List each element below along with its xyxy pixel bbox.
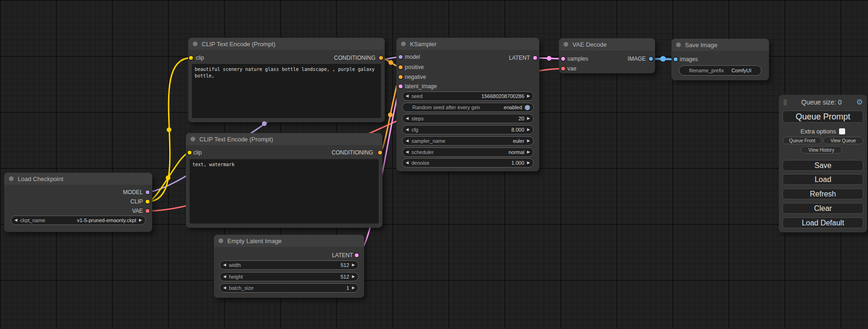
positive-input-label: positive [405,64,424,70]
widget-label: scheduler [411,149,434,155]
save-image-node[interactable]: Save Image images filename_prefix ComfyU… [671,39,769,80]
positive-prompt-textarea[interactable]: beautiful scenery nature glass bottle la… [192,64,381,118]
clip-negative-titlebar[interactable]: CLIP Text Encode (Prompt) [186,133,382,145]
increment-arrow-icon[interactable]: ▶ [527,114,530,123]
widget-value: euler [513,138,524,144]
drag-handle-icon[interactable]: ⣿ [783,99,787,105]
vae-decode-titlebar[interactable]: VAE Decode [559,38,655,50]
node-title: VAE Decode [572,41,607,48]
denoise-widget[interactable]: ◀ denoise 1.000 ▶ [402,158,534,168]
load-checkpoint-titlebar[interactable]: Load Checkpoint [4,173,152,185]
load-checkpoint-node[interactable]: Load Checkpoint MODEL CLIP VAE ◀ ckpt_na… [4,173,152,232]
extra-options-label: Extra options [801,128,836,135]
load-default-button[interactable]: Load Default [783,217,863,228]
increment-arrow-icon[interactable]: ▶ [527,126,530,134]
load-button[interactable]: Load [783,174,863,185]
decrement-arrow-icon[interactable]: ◀ [223,284,226,292]
empty-latent-titlebar[interactable]: Empty Latent Image [214,235,364,247]
seed-widget[interactable]: ◀ seed 156680208700286 ▶ [402,91,534,101]
decrement-arrow-icon[interactable]: ◀ [406,92,409,100]
view-history-button[interactable]: View History [801,146,842,154]
queue-size-label: Queue size: 0 [787,98,856,106]
widget-value: ComfyUI [731,68,751,73]
clear-button[interactable]: Clear [783,203,863,214]
clip-text-encode-positive-node[interactable]: CLIP Text Encode (Prompt) clip CONDITION… [188,38,385,122]
widget-value: 512 [340,274,349,280]
negative-prompt-textarea[interactable]: text, watermark [190,159,379,224]
width-widget[interactable]: ◀ width 512 ▶ [219,260,359,270]
increment-arrow-icon[interactable]: ▶ [527,92,530,100]
widget-label: filename_prefix [689,68,724,73]
refresh-button[interactable]: Refresh [783,189,863,199]
clip-positive-titlebar[interactable]: CLIP Text Encode (Prompt) [188,38,385,50]
node-graph-canvas[interactable]: Load Checkpoint MODEL CLIP VAE ◀ ckpt_na… [0,0,868,329]
queue-panel-header[interactable]: ⣿ Queue size: 0 ⚙ [779,95,867,110]
widget-label: ckpt_name [20,217,45,223]
increment-arrow-icon[interactable]: ▶ [527,137,530,145]
decrement-arrow-icon[interactable]: ◀ [223,261,226,269]
increment-arrow-icon[interactable]: ▶ [352,284,355,292]
increment-arrow-icon[interactable]: ▶ [527,159,530,167]
widget-value: 512 [340,262,349,268]
decrement-arrow-icon[interactable]: ◀ [406,159,409,167]
queue-prompt-button[interactable]: Queue Prompt [783,111,863,123]
node-status-dot [564,42,568,47]
node-status-dot [9,176,14,181]
view-queue-button[interactable]: View Queue [823,137,863,144]
steps-widget[interactable]: ◀ steps 20 ▶ [402,114,534,123]
widget-value: 20 [519,116,524,121]
decrement-arrow-icon[interactable]: ◀ [406,137,409,145]
conditioning-output-label: CONDITIONING [332,149,373,156]
node-status-dot [401,42,406,46]
extra-options-checkbox[interactable] [839,128,845,134]
decrement-arrow-icon[interactable]: ◀ [406,114,409,123]
node-status-dot [219,238,223,243]
latent-output-label: LATENT [509,55,530,61]
ksampler-titlebar[interactable]: KSampler [396,38,539,50]
decrement-arrow-icon[interactable]: ◀ [406,126,409,134]
widget-label: sampler_name [411,138,445,144]
increment-arrow-icon[interactable]: ▶ [352,273,355,281]
height-widget[interactable]: ◀ height 512 ▶ [219,272,359,281]
vae-decode-node[interactable]: VAE Decode samples vae IMAGE [559,38,655,73]
clip-link-wire-negative [148,153,190,202]
model-output-label: MODEL [123,189,143,196]
empty-latent-image-node[interactable]: Empty Latent Image LATENT ◀ width 512 ▶ … [214,235,364,298]
widget-value: 8.000 [511,127,524,133]
widget-value: 156680208700286 [481,93,524,99]
widget-label: steps [411,116,423,121]
sampler-name-widget[interactable]: ◀ sampler_name euler ▶ [402,136,534,146]
filename-prefix-widget[interactable]: filename_prefix ComfyUI [679,65,762,76]
samples-input-label: samples [567,56,588,62]
decrement-arrow-icon[interactable]: ◀ [14,216,17,224]
widget-value: enabled [504,105,522,110]
toggle-dot-icon[interactable] [525,105,530,110]
scheduler-widget[interactable]: ◀ scheduler normal ▶ [402,147,534,157]
widget-label: width [229,262,241,268]
node-status-dot [676,42,681,47]
widget-label: cfg [411,127,418,133]
increment-arrow-icon[interactable]: ▶ [352,261,355,269]
increment-arrow-icon[interactable]: ▶ [139,216,142,224]
queue-panel: ⣿ Queue size: 0 ⚙ Queue Prompt Extra opt… [779,95,867,232]
decrement-arrow-icon[interactable]: ◀ [406,148,409,156]
decrement-arrow-icon[interactable]: ◀ [223,273,226,281]
clip-text-encode-negative-node[interactable]: CLIP Text Encode (Prompt) clip CONDITION… [186,133,382,228]
cfg-widget[interactable]: ◀ cfg 8.000 ▶ [402,125,534,134]
save-button[interactable]: Save [783,160,863,171]
node-title: CLIP Text Encode (Prompt) [202,41,275,48]
latent-image-input-label: latent_image [405,83,437,90]
random-seed-toggle-widget[interactable]: Random seed after every gen enabled [402,103,534,112]
save-image-titlebar[interactable]: Save Image [671,39,769,51]
clip-input-label: clip [196,55,204,61]
batch-size-widget[interactable]: ◀ batch_size 1 ▶ [219,283,359,293]
widget-value: v1-5-pruned-emaonly.ckpt [77,217,136,223]
gear-icon[interactable]: ⚙ [856,98,863,106]
queue-front-button[interactable]: Queue Front [783,137,822,144]
ksampler-node[interactable]: KSampler model positive negative latent_… [396,38,539,171]
node-title: Load Checkpoint [18,175,64,182]
negative-input-label: negative [405,74,426,80]
clip-output-label: CLIP [130,198,143,205]
increment-arrow-icon[interactable]: ▶ [527,148,530,156]
ckpt-name-widget[interactable]: ◀ ckpt_name v1-5-pruned-emaonly.ckpt ▶ [11,216,146,225]
